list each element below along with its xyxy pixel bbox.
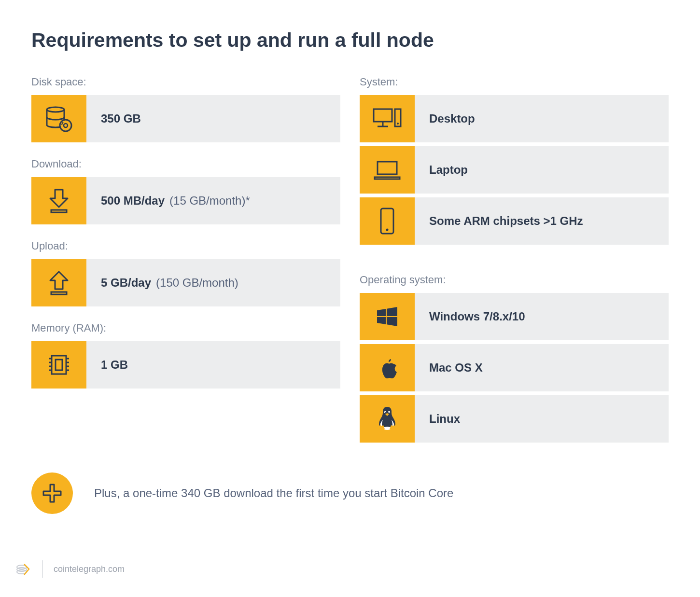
system-arm-row: Some ARM chipsets >1 GHz	[360, 197, 669, 245]
system-desktop-row: Desktop	[360, 95, 669, 142]
svg-point-26	[385, 412, 386, 413]
upload-icon	[31, 259, 86, 306]
source-text: cointelegraph.com	[54, 564, 125, 574]
download-row: 500 MB/day (15 GB/month)*	[31, 177, 340, 224]
download-label: Download:	[31, 158, 340, 170]
os-windows-value: Windows 7/8.x/10	[415, 293, 669, 340]
laptop-icon	[360, 146, 415, 194]
upload-value: 5 GB/day (150 GB/month)	[86, 259, 340, 306]
cointelegraph-logo-icon	[14, 560, 32, 578]
footnote-row: Plus, a one-time 340 GB download the fir…	[31, 472, 669, 514]
left-column: Disk space: 350 GB	[31, 76, 340, 446]
disk-space-row: 350 GB	[31, 95, 340, 142]
os-linux-value: Linux	[415, 395, 669, 443]
phone-icon	[360, 197, 415, 245]
page-title: Requirements to set up and run a full no…	[31, 29, 669, 52]
svg-point-19	[397, 123, 399, 125]
svg-point-22	[386, 229, 389, 231]
download-icon	[31, 177, 86, 224]
svg-point-1	[60, 120, 71, 131]
system-label: System:	[360, 76, 669, 88]
footnote-text: Plus, a one-time 340 GB download the fir…	[94, 486, 453, 500]
svg-point-0	[47, 107, 64, 112]
download-value: 500 MB/day (15 GB/month)*	[86, 177, 340, 224]
ram-icon	[31, 341, 86, 389]
desktop-icon	[360, 95, 415, 142]
svg-rect-4	[51, 292, 67, 294]
system-laptop-value: Laptop	[415, 146, 669, 194]
disk-icon	[31, 95, 86, 142]
system-laptop-row: Laptop	[360, 146, 669, 194]
os-mac-row: Mac OS X	[360, 344, 669, 391]
os-mac-value: Mac OS X	[415, 344, 669, 391]
apple-icon	[360, 344, 415, 391]
right-column: System: Desktop	[360, 76, 669, 446]
svg-rect-15	[374, 109, 392, 122]
svg-rect-6	[56, 360, 62, 370]
windows-icon	[360, 293, 415, 340]
footer-divider	[42, 560, 43, 578]
ram-label: Memory (RAM):	[31, 322, 340, 334]
plus-icon	[31, 472, 73, 514]
svg-point-27	[388, 412, 389, 413]
svg-rect-20	[378, 162, 397, 174]
os-linux-row: Linux	[360, 395, 669, 443]
upload-label: Upload:	[31, 240, 340, 252]
ram-value: 1 GB	[86, 341, 340, 389]
disk-space-label: Disk space:	[31, 76, 340, 88]
svg-rect-3	[51, 210, 67, 212]
linux-icon	[360, 395, 415, 443]
os-windows-row: Windows 7/8.x/10	[360, 293, 669, 340]
system-arm-value: Some ARM chipsets >1 GHz	[415, 197, 669, 245]
columns-wrapper: Disk space: 350 GB	[31, 76, 669, 446]
os-label: Operating system:	[360, 274, 669, 286]
disk-space-value: 350 GB	[86, 95, 340, 142]
footer: cointelegraph.com	[14, 560, 125, 578]
system-desktop-value: Desktop	[415, 95, 669, 142]
svg-rect-5	[52, 356, 66, 374]
ram-row: 1 GB	[31, 341, 340, 389]
upload-row: 5 GB/day (150 GB/month)	[31, 259, 340, 306]
